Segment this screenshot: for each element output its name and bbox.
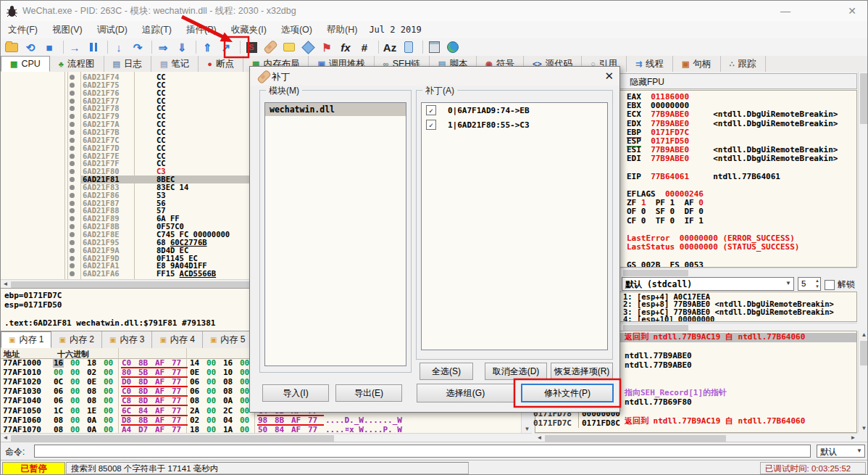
menu-file[interactable]: 文件(F) <box>1 21 45 38</box>
dump-address: 77AF1030 <box>3 387 41 396</box>
calculator-icon[interactable] <box>426 40 442 54</box>
register-line: EDI 77B9ABE0 <ntdll.DbgUiRemoteBreakin> <box>627 154 838 163</box>
strings-icon[interactable]: Az <box>382 40 398 54</box>
tab-notes[interactable]: ▤笔记 <box>151 56 199 72</box>
bookmark-icon[interactable]: ⚑ <box>319 40 335 54</box>
stack-frame-row[interactable]: 0171FD7C0171FD8C <box>533 418 620 428</box>
patches-list[interactable]: ✓0|6A7F1AD9:74->EB✓1|6AD21F80:55->C3 <box>421 102 608 350</box>
breakpoint-dot-icon <box>70 240 75 245</box>
register-segment: 77B9ABE0 <box>651 110 689 119</box>
select-all-button[interactable]: 全选(S) <box>420 363 473 380</box>
deselect-all-button[interactable]: 取消全选(D) <box>485 363 547 380</box>
select-group-button[interactable]: 选择组(G) <box>417 384 514 402</box>
run-until-expression-icon[interactable]: ↗ <box>218 40 234 54</box>
minimize-button[interactable]: — <box>769 1 802 21</box>
dump-byte: C8 <box>121 396 132 405</box>
checkbox-icon[interactable]: ✓ <box>426 105 436 115</box>
restore-selected-button[interactable]: 恢复选择项(R) <box>551 363 613 380</box>
tab-breakpoints[interactable]: ●断点 <box>199 56 243 72</box>
patch-file-button[interactable]: 修补文件(P) <box>521 384 614 402</box>
hash-icon[interactable]: # <box>356 40 372 54</box>
dump-byte: 06 <box>53 396 64 405</box>
checkbox-icon[interactable]: ✓ <box>426 120 436 130</box>
import-button[interactable]: 导入(I) <box>262 384 329 402</box>
register-segment: 0171FD7C <box>651 128 689 137</box>
globe-icon[interactable] <box>445 40 461 54</box>
stack-vscrollbar[interactable]: ▲ ▼ <box>858 331 868 433</box>
dump-tab-label: 内存 3 <box>120 334 144 346</box>
dump-tab-1[interactable]: ▣内存 1 <box>1 331 51 348</box>
dump-byte: AF <box>154 377 165 387</box>
dump-byte: 00 <box>70 368 80 377</box>
modules-list[interactable]: wechatwin.dll <box>264 102 406 366</box>
tab-graph[interactable]: ♣流程图 <box>50 56 104 72</box>
register-segment: 0 <box>698 198 704 207</box>
dump-tab-5[interactable]: ▣内存 5 <box>203 331 253 348</box>
stack-comment: 返回到 ntdll.77B9AC19 自 ntdll.77B64060 <box>625 417 805 426</box>
stop-icon-glyph: ■ <box>46 42 52 53</box>
registers-vscrollbar[interactable] <box>858 72 868 268</box>
disasm-address: 6AD21FA6 <box>83 270 120 278</box>
dialog-close-icon[interactable]: ✕ <box>604 70 614 83</box>
close-button[interactable]: ✕ <box>835 1 868 21</box>
patch-dialog-titlebar[interactable]: 补丁 ✕ <box>250 67 619 86</box>
dump-row[interactable]: 77AF106008000A00D88BAF7702000400988BAF77… <box>1 416 521 425</box>
function-icon[interactable]: fx <box>338 40 354 54</box>
dump-tab-3[interactable]: ▣内存 3 <box>102 331 152 348</box>
dump-byte-group: 6C84AF77 <box>121 406 188 416</box>
tab-cpu[interactable]: ▦CPU <box>1 56 50 72</box>
tab-handles[interactable]: ▣句柄 <box>673 56 720 72</box>
patch-list-item[interactable]: ✓0|6A7F1AD9:74->EB <box>422 103 607 117</box>
dump-byte: 00 <box>103 416 114 425</box>
pause-icon[interactable] <box>85 40 101 54</box>
run-to-user-code-icon[interactable]: ⇑ <box>199 40 215 54</box>
patch-icon[interactable] <box>262 40 278 54</box>
register-segment: <ntdll.DbgUiRemoteBreakin> <box>689 119 838 128</box>
tab-label: 线程 <box>646 58 664 70</box>
menu-favourites[interactable]: 收藏夹(I) <box>224 21 274 38</box>
restart-icon[interactable]: ⟲ <box>22 40 38 54</box>
menu-trace[interactable]: 追踪(T) <box>135 21 179 38</box>
step-over-icon[interactable]: ↷ <box>130 40 146 54</box>
menu-view[interactable]: 视图(V) <box>45 21 90 38</box>
toolbar-separator <box>378 41 379 54</box>
calling-convention-select[interactable]: 默认 (stdcall) ▼ <box>622 277 794 291</box>
step-out-icon[interactable]: ⇓ <box>174 40 190 54</box>
register-segment: EFLAGS <box>627 189 665 199</box>
unlock-checkbox[interactable]: 解锁 <box>825 278 855 291</box>
dump-address: 77AF1010 <box>3 368 41 377</box>
dump-byte: 6C <box>121 406 132 416</box>
module-list-item[interactable]: wechatwin.dll <box>265 103 406 116</box>
register-segment: 01186000 <box>651 92 689 102</box>
comment-icon-shape <box>283 43 295 51</box>
argument-count-stepper[interactable]: 5 ▲▼ <box>798 277 821 291</box>
menu-help[interactable]: 帮助(H) <box>320 21 364 38</box>
dump-tab-2[interactable]: ▣内存 2 <box>51 331 101 348</box>
step-into-icon[interactable]: ↓ <box>111 40 127 54</box>
register-segment: EBX 00000000 <box>627 101 689 110</box>
label-icon[interactable] <box>300 40 316 54</box>
menu-options[interactable]: 选项(O) <box>274 21 320 38</box>
export-button[interactable]: 导出(E) <box>335 384 402 402</box>
run-icon[interactable]: → <box>67 40 83 54</box>
dump-byte: D8 <box>121 416 132 425</box>
tab-trace[interactable]: ∴跟踪 <box>721 56 766 72</box>
dump-tab-4[interactable]: ▣内存 4 <box>152 331 202 348</box>
command-input[interactable] <box>34 445 811 458</box>
patch-list-item[interactable]: ✓1|6AD21F80:55->C3 <box>422 117 607 132</box>
stop-icon[interactable]: ■ <box>41 40 57 54</box>
tab-log[interactable]: ▤日志 <box>104 56 151 72</box>
comment-icon[interactable] <box>281 40 297 54</box>
dump-address: 77AF1060 <box>3 416 41 425</box>
execute-till-return-icon[interactable]: ⇒ <box>155 40 171 54</box>
seh-badge-icon[interactable]: S <box>243 40 259 54</box>
breakpoint-dot-icon <box>70 130 75 135</box>
modules-icon[interactable] <box>401 40 417 54</box>
command-profile-select[interactable]: 默认 ▼ <box>817 445 865 458</box>
open-file-icon[interactable] <box>4 40 20 54</box>
register-segment: EAX <box>627 92 651 102</box>
tab-threads[interactable]: ⇉线程 <box>627 56 673 72</box>
menu-plugins[interactable]: 插件(P) <box>179 21 224 38</box>
unlock-label: 解锁 <box>838 278 855 291</box>
menu-debug[interactable]: 调试(D) <box>90 21 135 38</box>
